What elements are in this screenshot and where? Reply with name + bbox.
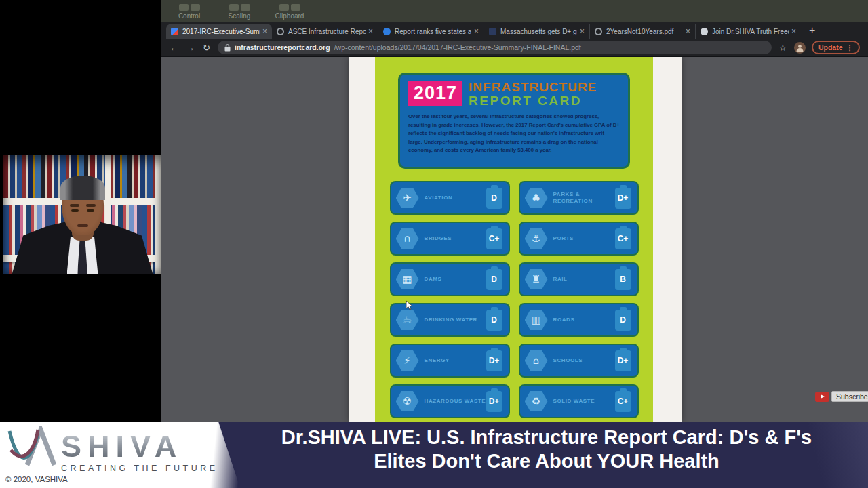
trash-icon: ♻ bbox=[525, 391, 548, 411]
category-card-aviation: ✈AVIATIOND bbox=[390, 181, 510, 215]
vashiva-logo-mark bbox=[5, 426, 60, 468]
grade-badge: D bbox=[486, 269, 502, 290]
grade-badge: C+ bbox=[486, 228, 502, 249]
bookmark-star-icon[interactable]: ☆ bbox=[778, 43, 788, 53]
close-tab-icon[interactable]: × bbox=[791, 26, 796, 36]
tab-title: Join Dr.SHIVA Truth Freedo bbox=[712, 28, 789, 35]
poster-intro-text: Over the last four years, several infras… bbox=[408, 113, 620, 155]
tab-title: 2YearsNot10Years.pdf bbox=[606, 28, 683, 35]
category-card-hazardous-waste: ☢HAZARDOUS WASTED+ bbox=[390, 384, 510, 418]
logo-tagline: CREATING THE FUTURE bbox=[61, 464, 218, 473]
toolbar-buttons-icon bbox=[179, 4, 200, 11]
grade-badge: D+ bbox=[615, 188, 631, 209]
category-name: AVIATION bbox=[425, 195, 486, 201]
category-card-parks-recreation: ♣PARKS & RECREATIOND+ bbox=[519, 181, 639, 215]
category-name: ROADS bbox=[553, 317, 615, 323]
pdf-viewer[interactable]: 2017 INFRASTRUCTURE REPORT CARD Over the… bbox=[161, 57, 868, 422]
barrel-icon: ☢ bbox=[396, 391, 419, 411]
browser-tab[interactable]: Join Dr.SHIVA Truth Freedo× bbox=[695, 24, 801, 39]
close-tab-icon[interactable]: × bbox=[686, 26, 690, 36]
url-path: /wp-content/uploads/2017/04/2017-IRC-Exe… bbox=[334, 43, 765, 52]
category-card-energy: ⚡ENERGYD+ bbox=[390, 344, 510, 378]
category-name: PARKS & RECREATION bbox=[553, 191, 615, 205]
subscribe-overlay: Subscribe bbox=[815, 391, 868, 402]
webcam-video bbox=[3, 155, 161, 274]
category-grid: ✈AVIATIOND♣PARKS & RECREATIOND+∩BRIDGESC… bbox=[375, 181, 653, 418]
light-dot-favicon bbox=[701, 28, 708, 35]
episode-title-line2: Elites Don't Care About YOUR Health bbox=[231, 449, 863, 473]
category-card-rail: ♜RAILB bbox=[519, 262, 639, 296]
poster-header: 2017 INFRASTRUCTURE REPORT CARD Over the… bbox=[398, 73, 630, 169]
tab-strip: 2017-IRC-Executive-Summa×ASCE Infrastruc… bbox=[166, 24, 801, 39]
pdf-favicon bbox=[171, 28, 178, 35]
youtube-play-icon[interactable] bbox=[815, 392, 829, 402]
grade-badge: D+ bbox=[486, 391, 502, 412]
grade-badge: C+ bbox=[615, 228, 631, 249]
toolbar-group-clipboard[interactable]: Clipboard bbox=[271, 5, 309, 20]
grade-badge: D bbox=[486, 188, 502, 209]
back-icon[interactable]: ← bbox=[169, 43, 179, 53]
forward-icon[interactable]: → bbox=[185, 43, 195, 53]
category-name: BRIDGES bbox=[425, 235, 486, 242]
tab-title: Report ranks five states as f bbox=[395, 28, 471, 35]
logo-panel: SHIVA CREATING THE FUTURE © 2020, VASHIV… bbox=[0, 422, 245, 488]
update-button[interactable]: Update ⋮ bbox=[812, 41, 860, 54]
close-tab-icon[interactable]: × bbox=[580, 26, 585, 36]
poster-title-line2: REPORT CARD bbox=[469, 94, 597, 108]
grade-badge: D bbox=[615, 310, 631, 331]
person-icon bbox=[795, 43, 804, 52]
toolbar-buttons-icon bbox=[229, 4, 250, 11]
toolbar-button-icon bbox=[229, 4, 239, 11]
reload-icon[interactable]: ↻ bbox=[201, 43, 212, 53]
menu-dots-icon: ⋮ bbox=[846, 43, 854, 52]
hair bbox=[60, 176, 105, 200]
bulb-icon: ⚡ bbox=[396, 350, 419, 371]
toolbar-group-control[interactable]: Control bbox=[170, 5, 208, 20]
category-card-ports: ⚓PORTSC+ bbox=[519, 222, 639, 256]
new-tab-button[interactable]: + bbox=[809, 24, 815, 37]
category-name: RAIL bbox=[553, 276, 615, 283]
address-input[interactable]: infrastructurereportcard.org /wp-content… bbox=[218, 41, 772, 54]
video-frame: ControlScalingClipboard 2017-IRC-Executi… bbox=[0, 0, 868, 488]
report-card-poster: 2017 INFRASTRUCTURE REPORT CARD Over the… bbox=[375, 57, 653, 422]
toolbar-group-label: Clipboard bbox=[275, 12, 304, 20]
toolbar-button-icon bbox=[191, 4, 200, 11]
globe-favicon bbox=[595, 28, 602, 35]
category-name: DAMS bbox=[425, 276, 486, 283]
close-tab-icon[interactable]: × bbox=[474, 26, 479, 36]
face bbox=[62, 177, 104, 235]
dark-square-favicon bbox=[489, 28, 496, 35]
toolbar-button-icon bbox=[291, 4, 300, 11]
browser-tab[interactable]: 2YearsNot10Years.pdf× bbox=[589, 24, 695, 39]
plane-icon: ✈ bbox=[396, 188, 419, 208]
profile-avatar[interactable] bbox=[794, 42, 806, 54]
browser-tab[interactable]: ASCE Infrastructure Report× bbox=[272, 24, 378, 39]
browser-tab[interactable]: 2017-IRC-Executive-Summa× bbox=[166, 24, 272, 39]
grade-badge: D+ bbox=[615, 350, 631, 371]
dam-icon: ▦ bbox=[396, 269, 419, 289]
category-name: HAZARDOUS WASTE bbox=[425, 398, 486, 405]
close-tab-icon[interactable]: × bbox=[262, 26, 267, 36]
tab-title: 2017-IRC-Executive-Summa bbox=[182, 28, 260, 35]
rail-icon: ♜ bbox=[525, 269, 548, 289]
category-card-roads: ▥ROADSD bbox=[519, 303, 639, 337]
episode-title-line1: Dr.SHIVA LIVE: U.S. Infrastructure Repor… bbox=[231, 426, 863, 449]
tab-title: ASCE Infrastructure Report bbox=[288, 28, 366, 35]
toolbar-button-icon bbox=[241, 4, 250, 11]
close-tab-icon[interactable]: × bbox=[368, 26, 373, 36]
toolbar-buttons-icon bbox=[279, 4, 300, 11]
toolbar-group-label: Scaling bbox=[229, 12, 251, 20]
mouth bbox=[77, 224, 88, 227]
browser-tab[interactable]: Massachusetts gets D+ gra× bbox=[484, 24, 589, 39]
anchor-icon: ⚓ bbox=[525, 228, 548, 249]
road-icon: ▥ bbox=[525, 310, 548, 330]
subscribe-button[interactable]: Subscribe bbox=[831, 391, 868, 402]
tab-bar: 2017-IRC-Executive-Summa×ASCE Infrastruc… bbox=[161, 22, 868, 39]
category-card-dams: ▦DAMSD bbox=[390, 262, 510, 296]
browser-tab[interactable]: Report ranks five states as f× bbox=[378, 24, 484, 39]
category-name: PORTS bbox=[553, 235, 615, 242]
pdf-page: 2017 INFRASTRUCTURE REPORT CARD Over the… bbox=[349, 57, 682, 422]
tree-icon: ♣ bbox=[525, 188, 548, 208]
year-badge: 2017 bbox=[408, 81, 462, 106]
toolbar-group-scaling[interactable]: Scaling bbox=[220, 5, 258, 20]
